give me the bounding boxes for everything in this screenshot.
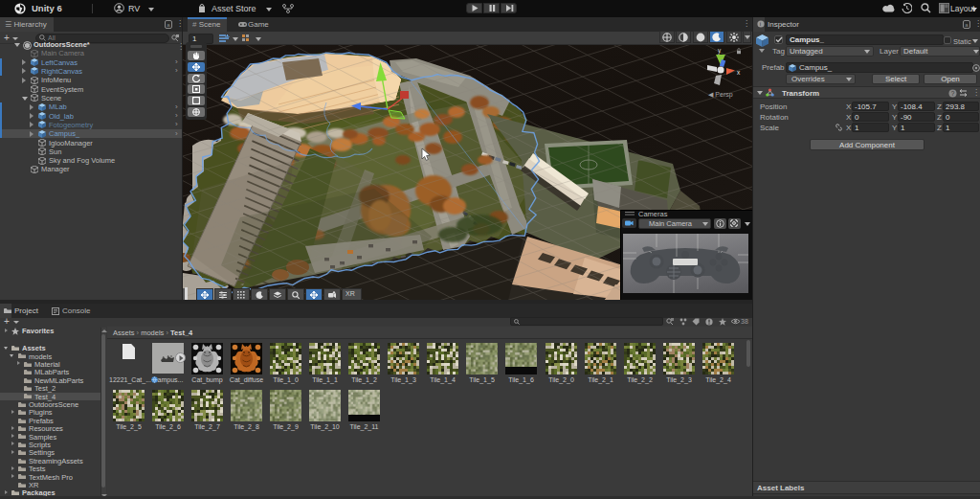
svg-text:?: ? [951, 90, 955, 97]
svg-text:i: i [760, 21, 761, 27]
svg-text:◀ Persp: ◀ Persp [708, 91, 733, 99]
